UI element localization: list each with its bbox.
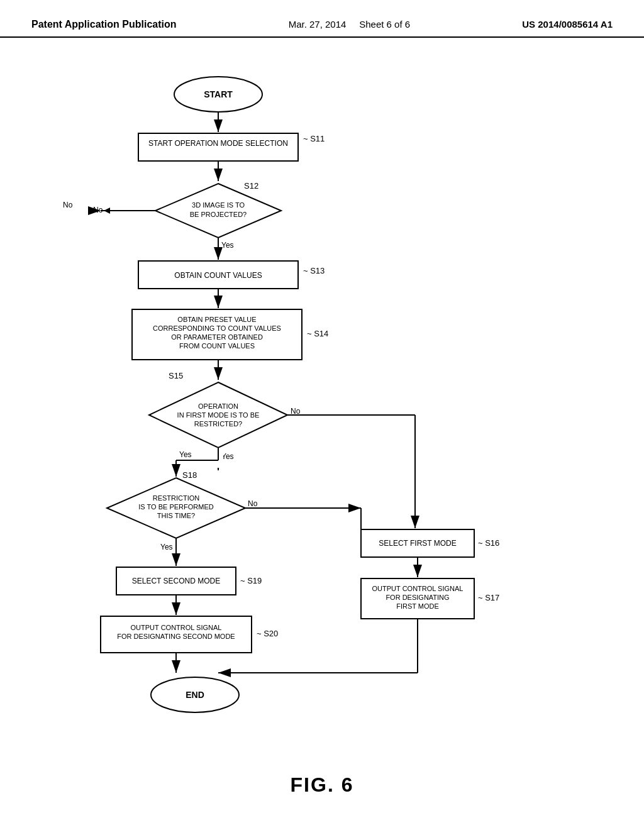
svg-rect-30	[170, 448, 223, 468]
s18-text-1: RESTRICTION	[153, 494, 200, 502]
s15-label: S15	[169, 371, 183, 380]
start-label: START	[204, 89, 233, 99]
s18-text-2: IS TO BE PERFORMED	[138, 503, 213, 511]
s12-label: S12	[244, 181, 258, 191]
s17-text-3: FIRST MODE	[396, 602, 439, 610]
header: Patent Application Publication Mar. 27, …	[0, 0, 644, 38]
s14-text-1: OBTAIN PRESET VALUE	[177, 316, 256, 323]
s11-label: ~ S11	[303, 134, 325, 143]
svg-text:Yes: Yes	[179, 450, 192, 459]
header-date: Mar. 27, 2014	[289, 19, 347, 30]
s17-text-1: OUTPUT CONTROL SIGNAL	[372, 585, 464, 592]
s20-text-1: OUTPUT CONTROL SIGNAL	[131, 624, 222, 631]
s14-text-4: FROM COUNT VALUES	[179, 342, 255, 350]
s11-text: START OPERATION MODE SELECTION	[148, 139, 288, 148]
s15-text-3: RESTRICTED?	[194, 420, 242, 428]
s15-no-label: No	[291, 407, 301, 416]
s19-label: ~ S19	[240, 576, 262, 585]
s18-no-label: No	[248, 499, 258, 508]
s18-label: S18	[182, 470, 197, 480]
s14-label: ~ S14	[307, 329, 328, 338]
fig-label: FIG. 6	[0, 767, 644, 809]
s12-text-2: BE PROJECTED?	[190, 211, 247, 218]
s14-text-3: OR PARAMETER OBTAINED	[171, 333, 263, 341]
header-center: Mar. 27, 2014 Sheet 6 of 6	[289, 19, 410, 30]
s13-text: OBTAIN COUNT VALUES	[174, 271, 262, 280]
s15-text-1: OPERATION	[198, 402, 238, 410]
s17-text-2: FOR DESIGNATING	[386, 594, 449, 601]
s12-no-exit: No	[63, 201, 73, 209]
s18-yes-label: Yes	[160, 543, 173, 551]
s12-yes-label: Yes	[221, 241, 234, 250]
s17-label: ~ S17	[478, 593, 499, 602]
s16-label: ~ S16	[478, 538, 499, 548]
s16-text: SELECT FIRST MODE	[379, 539, 457, 548]
s13-label: ~ S13	[303, 266, 325, 275]
end-label: END	[186, 690, 204, 700]
header-sheet: Sheet 6 of 6	[359, 19, 410, 30]
s20-label: ~ S20	[257, 629, 278, 638]
svg-marker-36	[104, 208, 110, 214]
s19-text: SELECT SECOND MODE	[132, 577, 220, 585]
s18-text-3: THIS TIME?	[157, 512, 195, 519]
flowchart-svg: START START OPERATION MODE SELECTION ~ S…	[0, 38, 644, 767]
s15-text-2: IN FIRST MODE IS TO BE	[177, 411, 260, 419]
flowchart-area: START START OPERATION MODE SELECTION ~ S…	[0, 38, 644, 767]
s14-text-2: CORRESPONDING TO COUNT VALUES	[153, 324, 281, 332]
s20-text-2: FOR DESIGNATING SECOND MODE	[117, 633, 235, 640]
s12-text-1: 3D IMAGE IS TO	[192, 201, 245, 209]
header-left: Patent Application Publication	[31, 19, 177, 30]
header-right: US 2014/0085614 A1	[522, 19, 613, 30]
